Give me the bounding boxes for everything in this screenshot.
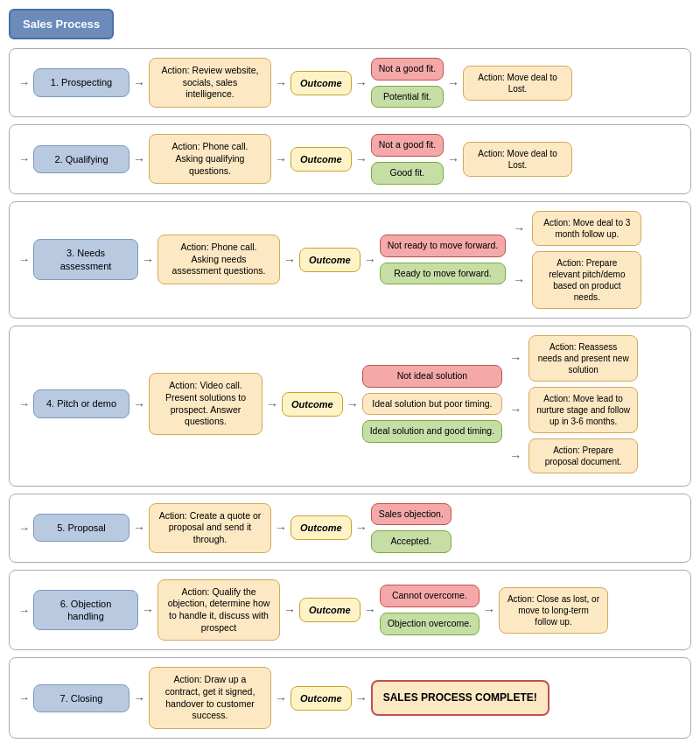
action-6: Action: Qualify the objection, determine…: [158, 579, 280, 641]
entry-arrow-1: →: [18, 76, 30, 89]
arrow-5b: →: [275, 521, 287, 535]
arrow-3c: →: [364, 253, 376, 267]
arrow-3d2: →: [513, 273, 525, 287]
arrow-2c: →: [355, 152, 368, 166]
result-1-bad: Not a good fit.: [371, 58, 444, 81]
stage-pitch-demo: → 4. Pitch or demo → Action: Video call.…: [9, 326, 691, 487]
result-4-good: Ideal solution and good timing.: [362, 420, 502, 443]
action-2: Action: Phone call. Asking qualifying qu…: [149, 134, 271, 184]
result-2-bad: Not a good fit.: [371, 134, 444, 157]
outcomes-2: Not a good fit. Good fit.: [371, 134, 444, 184]
arrow-3d1: →: [513, 221, 525, 235]
arrow-4a: →: [133, 397, 145, 411]
result-5-good: Accepted.: [371, 530, 452, 553]
arrow-5a: →: [133, 521, 145, 535]
followup-2: Action: Move deal to Lost.: [463, 142, 572, 177]
entry-arrow-3: →: [18, 253, 30, 266]
complete-box: SALES PROCESS COMPLETE!: [371, 680, 550, 716]
stage-label-3: 3. Needs assessment: [33, 239, 138, 280]
stage-label-4: 4. Pitch or demo: [33, 389, 130, 417]
arrow-7a: →: [133, 691, 145, 705]
followup-4-bad: Action: Reassess needs and present new s…: [528, 335, 638, 382]
arrow-3a: →: [142, 253, 154, 267]
entry-arrow-4: →: [18, 397, 30, 410]
stage-qualifying: → 2. Qualifying → Action: Phone call. As…: [9, 124, 691, 193]
entry-arrow-7: →: [18, 691, 30, 704]
outcome-4: Outcome: [282, 392, 343, 417]
followup-row-4-bad: → Action: Reassess needs and present new…: [506, 335, 638, 382]
stage-objection-handling: → 6. Objection handling → Action: Qualif…: [9, 570, 691, 651]
followup-3-bad: Action: Move deal to 3 month follow up.: [532, 211, 641, 246]
result-3-good: Ready to move forward.: [380, 263, 507, 285]
action-1: Action: Review website, socials, sales i…: [149, 58, 271, 108]
arrow-7b: →: [275, 691, 287, 705]
arrow-5c: →: [355, 521, 368, 535]
stage-label-2: 2. Qualifying: [33, 145, 130, 173]
arrow-1d: →: [447, 76, 459, 90]
stage-prospecting: → 1. Prospecting → Action: Review websit…: [9, 48, 691, 117]
result-6-bad: Cannot overcome.: [380, 585, 480, 607]
stage-proposal: → 5. Proposal → Action: Create a quote o…: [9, 494, 691, 563]
followup-row-3-good: → Action: Prepare relevant pitch/demo ba…: [509, 251, 641, 309]
outcome-1: Outcome: [290, 71, 352, 95]
title-box: Sales Process: [9, 9, 691, 48]
arrow-4c: →: [346, 397, 359, 411]
stage-closing: → 7. Closing → Action: Draw up a contrac…: [9, 657, 691, 739]
outcome-2: Outcome: [290, 147, 352, 172]
followup-row-4-good: → Action: Prepare proposal document.: [506, 438, 638, 473]
followup-row-4-mid: → Action: Move lead to nurture stage and…: [506, 387, 638, 433]
outcomes-3: Not ready to move forward. Ready to move…: [380, 235, 507, 284]
outcome-5: Outcome: [290, 515, 352, 540]
entry-arrow-2: →: [18, 152, 30, 165]
result-3-bad: Not ready to move forward.: [380, 235, 507, 257]
outcome-7: Outcome: [290, 686, 352, 711]
arrow-3b: →: [284, 253, 296, 267]
action-4: Action: Video call. Present solutions to…: [149, 373, 262, 435]
stage-label-5: 5. Proposal: [33, 514, 130, 542]
result-4-mid: Ideal solution but poor timing.: [362, 393, 502, 416]
result-5-bad: Sales objection.: [371, 503, 452, 526]
arrow-6b: →: [284, 603, 296, 617]
followup-1: Action: Move deal to Lost.: [463, 66, 572, 101]
result-1-good: Potential fit.: [371, 86, 444, 109]
arrow-1b: →: [275, 76, 287, 90]
arrow-7c: →: [355, 691, 368, 705]
arrow-1a: →: [133, 76, 145, 90]
entry-arrow-6: →: [18, 604, 30, 617]
outcome-6: Outcome: [299, 598, 360, 622]
followup-4-mid: Action: Move lead to nurture stage and f…: [528, 387, 638, 433]
stage-label-7: 7. Closing: [33, 684, 130, 712]
arrow-2b: →: [275, 152, 287, 166]
result-2-good: Good fit.: [371, 162, 444, 185]
outcome-3: Outcome: [299, 248, 360, 272]
arrow-1c: →: [355, 76, 368, 90]
stage-label-6: 6. Objection handling: [33, 590, 138, 631]
followup-row-3-bad: → Action: Move deal to 3 month follow up…: [509, 211, 641, 246]
followup-6-bad: Action: Close as lost, or move to long-t…: [499, 587, 608, 634]
outcomes-4: Not ideal solution Ideal solution but po…: [362, 365, 502, 443]
arrow-4b: →: [266, 397, 278, 411]
followup-3-good: Action: Prepare relevant pitch/demo base…: [532, 251, 641, 309]
outcomes-5: Sales objection. Accepted.: [371, 503, 452, 553]
entry-arrow-5: →: [18, 522, 30, 535]
followup-4-good: Action: Prepare proposal document.: [528, 438, 638, 473]
stage-label-1: 1. Prospecting: [33, 68, 130, 96]
arrow-2a: →: [133, 152, 145, 166]
result-6-good: Objection overcome.: [380, 613, 480, 635]
arrow-6d: →: [483, 603, 495, 617]
arrow-4d1: →: [509, 351, 522, 365]
stage-needs-assessment: → 3. Needs assessment → Action: Phone ca…: [9, 201, 691, 319]
outcomes-6: Cannot overcome. Objection overcome.: [380, 585, 480, 634]
arrow-6a: →: [142, 603, 154, 617]
action-5: Action: Create a quote or proposal and s…: [149, 503, 271, 553]
action-7: Action: Draw up a contract, get it signe…: [149, 667, 271, 729]
action-3: Action: Phone call. Asking needs assessm…: [158, 235, 280, 284]
result-4-bad: Not ideal solution: [362, 365, 502, 388]
arrow-4d2: →: [509, 403, 522, 417]
arrow-2d: →: [447, 152, 459, 166]
outcomes-1: Not a good fit. Potential fit.: [371, 58, 444, 108]
arrow-6c: →: [364, 603, 376, 617]
arrow-4d3: →: [509, 449, 522, 463]
